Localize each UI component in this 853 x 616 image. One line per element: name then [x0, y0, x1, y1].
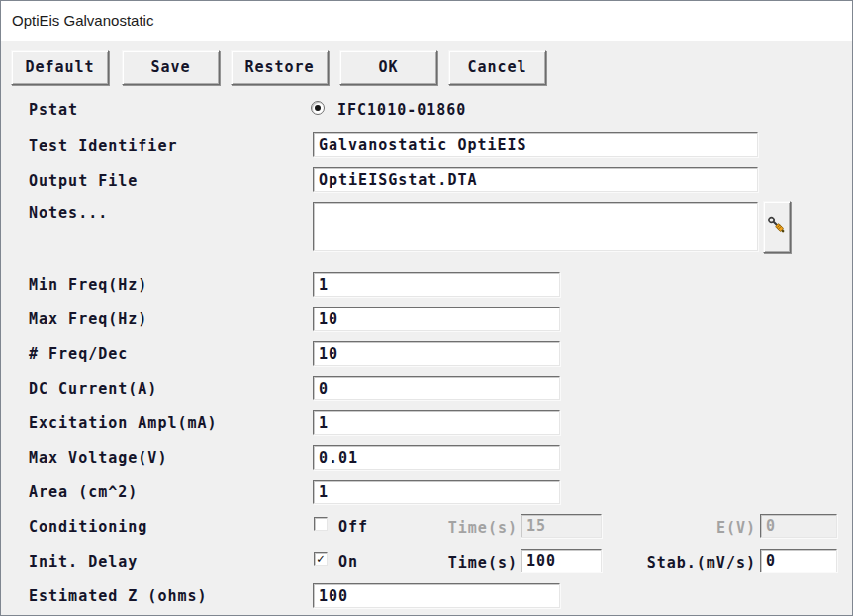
init-delay-stab-label: Stab.(mV/s) [644, 554, 756, 572]
conditioning-time-label: Time(s) [426, 519, 518, 537]
init-delay-label: Init. Delay [29, 553, 138, 571]
conditioning-time-input [521, 514, 602, 538]
output-file-label: Output File [29, 172, 138, 190]
min-freq-input[interactable] [313, 272, 560, 297]
max-freq-input[interactable] [313, 307, 560, 331]
area-input[interactable] [313, 480, 560, 504]
pstat-option-label: IFC1010-01860 [337, 101, 466, 119]
estimated-z-input[interactable] [313, 583, 560, 608]
dc-current-label: DC Current(A) [29, 380, 157, 397]
test-identifier-label: Test Identifier [29, 137, 177, 155]
pstat-radio[interactable] [311, 101, 325, 115]
default-button[interactable]: Default [11, 50, 109, 85]
excitation-ampl-label: Excitation Ampl(mA) [29, 414, 218, 432]
dialog-window: OptiEis Galvanostatic Default Save Resto… [0, 0, 853, 616]
ok-button[interactable]: OK [339, 50, 437, 85]
max-freq-label: Max Freq(Hz) [29, 310, 147, 328]
init-delay-state-label: On [338, 553, 358, 571]
conditioning-state-label: Off [338, 518, 368, 536]
title-bar: OptiEis Galvanostatic [1, 1, 852, 41]
output-file-input[interactable] [313, 167, 758, 192]
screwdriver-icon [766, 213, 788, 241]
freq-per-dec-input[interactable] [313, 341, 560, 366]
dc-current-input[interactable] [313, 376, 560, 400]
freq-per-dec-label: # Freq/Dec [29, 345, 128, 363]
init-delay-time-label: Time(s) [426, 554, 518, 572]
restore-button[interactable]: Restore [231, 50, 329, 85]
window-title: OptiEis Galvanostatic [12, 12, 153, 29]
notes-textarea[interactable] [313, 202, 758, 251]
conditioning-label: Conditioning [29, 518, 147, 536]
max-voltage-input[interactable] [313, 445, 560, 470]
max-voltage-label: Max Voltage(V) [29, 449, 167, 467]
conditioning-e-input [760, 514, 837, 538]
init-delay-checkbox[interactable]: ✓ [314, 552, 328, 566]
pstat-label: Pstat [29, 101, 78, 119]
min-freq-label: Min Freq(Hz) [29, 276, 147, 294]
area-label: Area (cm^2) [29, 484, 138, 501]
init-delay-time-input[interactable] [521, 549, 602, 572]
notes-edit-button[interactable] [763, 201, 791, 253]
excitation-ampl-input[interactable] [313, 410, 560, 435]
cancel-button[interactable]: Cancel [448, 50, 546, 85]
estimated-z-label: Estimated Z (ohms) [29, 587, 208, 605]
notes-label: Notes... [29, 204, 108, 221]
conditioning-checkbox[interactable] [314, 517, 328, 531]
test-identifier-input[interactable] [313, 132, 758, 157]
save-button[interactable]: Save [122, 50, 220, 85]
init-delay-stab-input[interactable] [760, 549, 837, 572]
conditioning-e-label: E(V) [674, 519, 756, 537]
